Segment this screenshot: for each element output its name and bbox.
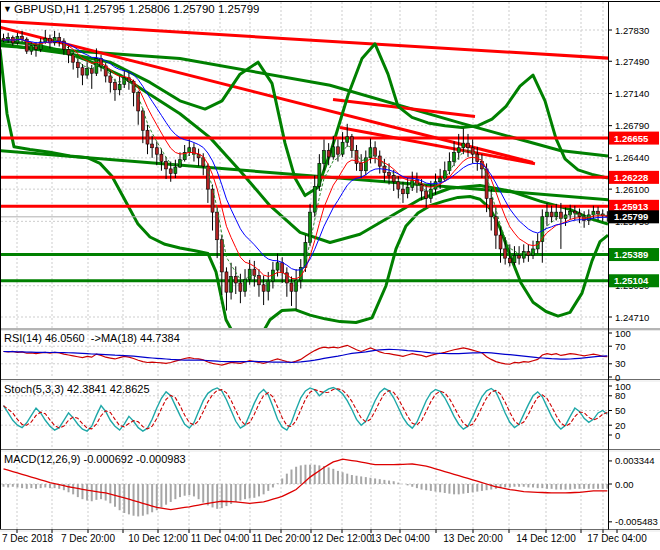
svg-text:1.25389: 1.25389 bbox=[614, 249, 648, 260]
svg-text:1.24710: 1.24710 bbox=[615, 312, 649, 323]
svg-text:1.27140: 1.27140 bbox=[615, 88, 649, 99]
svg-text:1.26100: 1.26100 bbox=[615, 184, 649, 195]
svg-text:1.27830: 1.27830 bbox=[615, 25, 649, 36]
svg-text:0: 0 bbox=[615, 430, 620, 441]
svg-text:1.25104: 1.25104 bbox=[614, 275, 649, 286]
svg-text:13 Dec 04:00: 13 Dec 04:00 bbox=[370, 533, 430, 544]
price-badge: 1.25104 bbox=[609, 274, 659, 287]
chart-window: 1.278301.274901.271401.267901.264401.261… bbox=[0, 0, 660, 550]
svg-text:14 Dec 12:00: 14 Dec 12:00 bbox=[516, 533, 576, 544]
svg-text:7 Dec 20:00: 7 Dec 20:00 bbox=[61, 533, 115, 544]
svg-text:12 Dec 12:00: 12 Dec 12:00 bbox=[312, 533, 372, 544]
svg-text:100: 100 bbox=[615, 328, 631, 339]
price-badge: 1.26655 bbox=[609, 132, 659, 145]
svg-text:1.26790: 1.26790 bbox=[615, 120, 649, 131]
svg-text:30: 30 bbox=[615, 358, 626, 369]
svg-text:-0.005483: -0.005483 bbox=[615, 516, 658, 527]
svg-text:80: 80 bbox=[615, 390, 626, 401]
svg-text:13 Dec 20:00: 13 Dec 20:00 bbox=[443, 533, 503, 544]
svg-text:7 Dec 2018: 7 Dec 2018 bbox=[2, 533, 54, 544]
svg-text:1.25799: 1.25799 bbox=[614, 211, 648, 222]
svg-text:11 Dec 20:00: 11 Dec 20:00 bbox=[252, 533, 311, 544]
svg-text:70: 70 bbox=[615, 341, 626, 352]
svg-text:1.26440: 1.26440 bbox=[615, 152, 649, 163]
chart-canvas[interactable]: 1.278301.274901.271401.267901.264401.261… bbox=[0, 0, 660, 550]
price-axis: 1.278301.274901.271401.267901.264401.261… bbox=[608, 25, 659, 323]
svg-text:0.003344: 0.003344 bbox=[615, 455, 655, 466]
svg-text:1.27490: 1.27490 bbox=[615, 56, 649, 67]
svg-text:17 Dec 04:00: 17 Dec 04:00 bbox=[587, 533, 647, 544]
svg-text:1.25913: 1.25913 bbox=[614, 201, 648, 212]
price-badge: 1.26228 bbox=[609, 171, 659, 184]
indicator-axes: 1007030010080502000.0033440.00-0.005483 bbox=[608, 328, 658, 528]
svg-text:11 Dec 04:00: 11 Dec 04:00 bbox=[191, 533, 250, 544]
svg-text:1.26228: 1.26228 bbox=[614, 172, 648, 183]
svg-text:50: 50 bbox=[615, 405, 626, 416]
svg-text:0.00: 0.00 bbox=[615, 479, 634, 490]
time-axis: 7 Dec 20187 Dec 20:0010 Dec 12:0011 Dec … bbox=[2, 530, 647, 545]
price-badge: 1.25799 bbox=[609, 210, 659, 223]
svg-text:1.26655: 1.26655 bbox=[614, 133, 649, 144]
svg-text:10 Dec 12:00: 10 Dec 12:00 bbox=[128, 533, 188, 544]
price-badge: 1.25389 bbox=[609, 248, 659, 261]
